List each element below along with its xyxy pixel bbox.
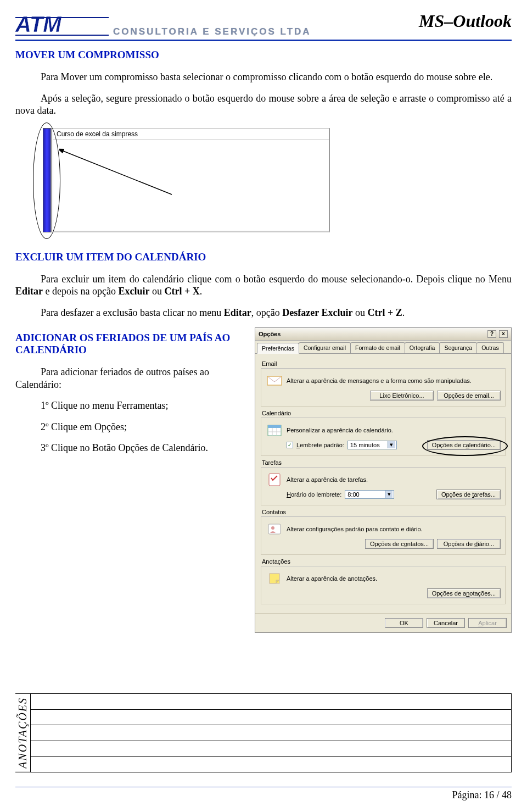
apply-button[interactable]: Aplicar	[468, 618, 507, 628]
dialog-body: Email Alterar a aparência de mensagens e…	[255, 354, 511, 613]
s2p1-a: Para excluir um item do calendário cliqu…	[41, 274, 512, 285]
contacts-icon	[266, 521, 283, 537]
annotations-lines	[31, 693, 512, 772]
journal-options-button[interactable]: Opções de diário...	[437, 539, 501, 549]
tasks-reminder-label: Horário do lembrete:	[287, 491, 341, 498]
s2p2-a: Para desfazer a exclusão basta clicar no…	[41, 307, 224, 318]
section-label-contacts: Contatos	[262, 509, 506, 515]
annotation-line	[31, 710, 511, 726]
section-label-calendar: Calendário	[262, 410, 506, 416]
section-contacts: Alterar configurações padrão para contat…	[261, 516, 506, 555]
section1-para2: Após a seleção, segure pressionado o bot…	[15, 92, 512, 117]
s2p2-b: , opção	[251, 307, 282, 318]
options-dialog: Opções ? × Preferências Configurar email…	[255, 327, 512, 633]
ok-button[interactable]: OK	[385, 618, 423, 628]
section-notes: Alterar a aparência de anotações. Opções…	[261, 566, 506, 604]
tab-configurar-email[interactable]: Configurar email	[299, 342, 351, 353]
s2p1-d: .	[200, 286, 203, 297]
calendar-options-button[interactable]: Opções de calendário...	[427, 440, 501, 450]
dialog-titlebar: Opções ? ×	[255, 328, 511, 341]
logo-subtitle: CONSULTORIA E SERVIÇOS LTDA	[113, 13, 311, 37]
section-label-tasks: Tarefas	[262, 459, 506, 466]
s2p2-d: .	[402, 307, 405, 318]
section1-para1: Para Mover um compromisso basta selecion…	[15, 71, 512, 84]
tasks-time-select[interactable]: 8:00	[345, 490, 394, 499]
svg-rect-7	[268, 425, 281, 428]
section-heading-mover: MOVER UM COMPROMISSO	[15, 49, 512, 61]
junk-email-button[interactable]: Lixo Eletrônico...	[370, 391, 434, 401]
help-button[interactable]: ?	[487, 330, 496, 338]
annotations-box: ANOTAÇÕES	[15, 693, 512, 772]
section-calendar: Personalizar a aparência do calendário. …	[261, 418, 506, 456]
annotations-label: ANOTAÇÕES	[15, 693, 31, 772]
dialog-footer: OK Cancelar Aplicar	[255, 613, 511, 632]
tab-preferencias[interactable]: Preferências	[257, 343, 299, 354]
logo-block: ATM CONSULTORIA E SERVIÇOS LTDA	[15, 11, 311, 38]
reminder-label: LLembrete padrão:embrete padrão:	[296, 442, 344, 448]
annotation-line	[31, 725, 511, 741]
contacts-desc: Alterar configurações padrão para contat…	[287, 526, 501, 532]
annotation-line	[31, 757, 511, 772]
s2p1-b2: Excluir	[118, 286, 149, 297]
section-email: Alterar a aparência de mensagens e a for…	[261, 368, 506, 407]
tab-seguranca[interactable]: Segurança	[439, 342, 477, 353]
email-desc: Alterar a aparência de mensagens e a for…	[287, 377, 501, 384]
email-options-button[interactable]: Opções de email...	[437, 391, 501, 401]
envelope-icon	[266, 373, 283, 388]
section-tasks: Alterar a aparência de tarefas. Horário …	[261, 467, 506, 505]
reminder-select[interactable]: 15 minutos	[347, 441, 397, 449]
s2p1-b3: Ctrl + X	[164, 286, 199, 297]
section3-step1: 1º Clique no menu Ferramentas;	[15, 399, 246, 412]
calendar-icon	[266, 422, 283, 438]
header-title: MS–Outlook	[419, 11, 512, 31]
notes-icon	[266, 571, 283, 586]
s2p1-b: e depois na opção	[43, 286, 118, 297]
calendar-event-text: Curso de excel da simpress	[53, 129, 329, 140]
section2-para2: Para desfazer a exclusão basta clicar no…	[15, 307, 512, 319]
calendar-blue-bar	[43, 128, 52, 232]
cancel-button[interactable]: Cancelar	[427, 618, 465, 628]
annotation-line	[31, 694, 511, 710]
calendar-desc: Personalizar a aparência do calendário.	[287, 427, 501, 433]
notes-options-button[interactable]: Opções de anotações...	[427, 588, 501, 598]
section3-step3: 3º Clique no Botão Opções de Calendário.	[15, 442, 246, 454]
s2p2-b5: Desfazer Excluir	[282, 307, 352, 318]
section2-para1: Para excluir um item do calendário cliqu…	[15, 273, 512, 298]
section3-step2: 2º Clique em Opções;	[15, 421, 246, 433]
s2p1-c: ou	[149, 286, 164, 297]
tab-ortografia[interactable]: Ortografia	[405, 342, 440, 353]
dialog-tabs: Preferências Configurar email Formato de…	[255, 341, 511, 354]
svg-text:ATM: ATM	[15, 12, 62, 36]
tab-formato-email[interactable]: Formato de email	[350, 342, 405, 353]
s2p2-b6: Ctrl + Z	[367, 307, 402, 318]
reminder-checkbox[interactable]: ✓	[287, 442, 293, 448]
s2p1-b1: Editar	[15, 286, 43, 297]
tasks-icon	[266, 472, 283, 487]
section-label-notes: Anotações	[262, 558, 506, 565]
svg-rect-11	[269, 474, 280, 486]
close-button[interactable]: ×	[499, 330, 508, 338]
section3-para1: Para adicionar feriados de outros países…	[15, 366, 246, 391]
contacts-options-button[interactable]: Opções de contatos...	[365, 539, 434, 549]
calendar-event-box: Curso de excel da simpress	[53, 128, 330, 232]
s2p2-c: ou	[352, 307, 367, 318]
dialog-window-buttons: ? ×	[486, 330, 508, 338]
section-heading-feriados: ADICIONAR OS FERIADOS DE UM PAÍS AO CALE…	[15, 332, 246, 356]
dialog-title-text: Opções	[259, 331, 281, 337]
svg-point-13	[271, 526, 274, 530]
section-heading-excluir: EXCLUIR UM ITEM DO CALENDÁRIO	[15, 251, 512, 263]
page-number: Página: 16 / 48	[452, 789, 512, 800]
s2p2-b4: Editar	[224, 307, 251, 318]
page-footer: Página: 16 / 48	[15, 787, 512, 801]
figure-calendar-event: Curso de excel da simpress	[31, 126, 338, 236]
logo-image: ATM	[15, 11, 109, 38]
annotation-line	[31, 741, 511, 757]
tasks-options-button[interactable]: Opções de tarefas...	[436, 490, 501, 499]
notes-desc: Alterar a aparência de anotações.	[287, 575, 501, 582]
section-label-email: Email	[262, 360, 506, 367]
tasks-desc: Alterar a aparência de tarefas.	[287, 476, 501, 483]
page-header: ATM CONSULTORIA E SERVIÇOS LTDA MS–Outlo…	[15, 11, 512, 41]
tab-outras[interactable]: Outras	[476, 342, 504, 353]
